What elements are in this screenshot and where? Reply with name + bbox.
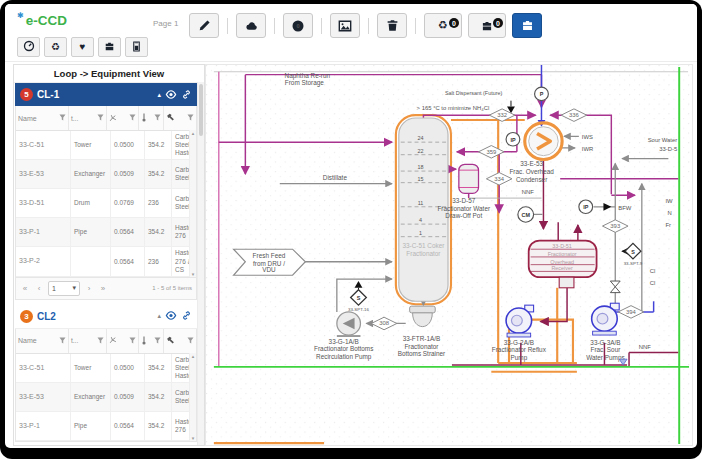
recycle-button[interactable]: ♻ bbox=[44, 37, 67, 57]
condenser-label: Condenser bbox=[516, 176, 547, 183]
battery-icon bbox=[131, 41, 142, 54]
collapse-icon[interactable]: ▴ bbox=[157, 91, 161, 99]
pager-next-button[interactable]: › bbox=[84, 284, 94, 293]
delete-button[interactable] bbox=[377, 13, 407, 38]
briefcase-active-button[interactable] bbox=[512, 13, 542, 38]
filter-icon[interactable] bbox=[154, 114, 161, 122]
recycle-count-button[interactable]: ♻ 0 bbox=[424, 13, 462, 38]
edge-label: Cl bbox=[650, 268, 656, 274]
filter-icon[interactable] bbox=[187, 337, 194, 345]
filter-icon[interactable] bbox=[59, 114, 66, 122]
battery-button[interactable] bbox=[125, 37, 148, 57]
brand-mark-icon: ✱ bbox=[17, 11, 24, 20]
page-select[interactable]: 1▾ bbox=[48, 281, 80, 296]
image-button[interactable] bbox=[330, 13, 360, 38]
briefcase-button[interactable] bbox=[98, 37, 121, 57]
tray-label: 1 bbox=[419, 230, 422, 236]
table-row[interactable]: 33-E-53 Exchanger 0.0509 354.2 Carbon St… bbox=[16, 383, 196, 412]
filter-icon[interactable] bbox=[97, 114, 104, 122]
col-temperature[interactable] bbox=[139, 106, 164, 130]
svg-text:0: 0 bbox=[296, 23, 299, 29]
filter-icon[interactable] bbox=[187, 114, 194, 122]
table-row[interactable]: 33-D-51 Drum 0.0769 236 Carbon Steel bbox=[16, 189, 196, 218]
heart-icon: ♥ bbox=[80, 42, 86, 52]
app-window: CORREXPERT✱e-CCD Page 1 0 bbox=[5, 4, 697, 448]
receiver-label: Receiver bbox=[551, 265, 573, 271]
tray-label: 18 bbox=[417, 164, 423, 170]
collapse-icon[interactable]: ▴ bbox=[157, 312, 161, 320]
col-corrosion-rate[interactable] bbox=[107, 106, 139, 130]
toolbar-divider bbox=[321, 18, 322, 34]
table-row[interactable]: 33-P-2 0.0564 236 Hastelloy 276 & CS bbox=[16, 247, 196, 276]
history-zero-button[interactable]: 0 bbox=[283, 13, 313, 38]
col-corrosion-rate[interactable] bbox=[107, 329, 139, 353]
col-name[interactable]: Name bbox=[16, 329, 69, 353]
svg-text:332: 332 bbox=[497, 112, 507, 118]
briefcase-count-button[interactable]: 0 bbox=[468, 13, 506, 38]
scrollbar-thumb[interactable] bbox=[199, 84, 203, 136]
sour-water-label: Sour Water bbox=[648, 137, 678, 143]
grid-scrollbar[interactable]: ▴▾ bbox=[189, 130, 196, 277]
receiver-label: Fractionator bbox=[548, 251, 577, 257]
pump-label: 33-G-1A/B bbox=[329, 338, 359, 345]
table-row[interactable]: 33-E-53 Exchanger 0.0509 354.2 Carbon St… bbox=[16, 160, 196, 189]
edit-button[interactable] bbox=[189, 13, 219, 38]
salt-dispersant-label: Salt Dispersant (Future) bbox=[445, 90, 503, 96]
scroll-up-icon[interactable]: ▴ bbox=[192, 130, 195, 136]
scroll-down-icon[interactable]: ▾ bbox=[192, 435, 195, 441]
sidebar-scrollbar[interactable] bbox=[197, 82, 204, 445]
recycle-icon: ♻ bbox=[438, 20, 448, 31]
scroll-down-icon[interactable]: ▾ bbox=[192, 271, 195, 277]
table-row[interactable]: 33-P-1 Pipe 0.0564 354.2 Hastelloy 276 bbox=[16, 412, 196, 441]
edge-label: Cl bbox=[650, 280, 656, 286]
toolbar-divider bbox=[415, 18, 416, 34]
svg-text:S: S bbox=[631, 249, 635, 255]
condenser-label: Frac. Overhead bbox=[509, 168, 554, 175]
link-icon[interactable] bbox=[181, 89, 192, 101]
col-material[interactable] bbox=[164, 329, 196, 353]
tower-label: 33-C-51 Coker bbox=[402, 242, 444, 249]
filter-icon[interactable] bbox=[59, 337, 66, 345]
panel-cl1-header[interactable]: 5 CL-1 ▴ bbox=[15, 83, 197, 106]
table-row[interactable]: 33-C-51 Tower 0.0500 354.2 Carbon Steel … bbox=[16, 131, 196, 160]
heart-button[interactable]: ♥ bbox=[71, 37, 94, 57]
iwr-label: IWR bbox=[582, 146, 593, 152]
pager-first-button[interactable]: « bbox=[20, 284, 30, 293]
filter-icon[interactable] bbox=[154, 337, 161, 345]
svg-text:S: S bbox=[357, 295, 361, 301]
nnf-label: NNF bbox=[522, 189, 535, 195]
edge-label: IW bbox=[665, 198, 673, 204]
cloud-button[interactable] bbox=[236, 13, 266, 38]
panel-cl2: 3 CL2 ▴ Name t... ▴▾ 33-C-51 bbox=[15, 305, 197, 442]
filter-icon[interactable] bbox=[97, 337, 104, 345]
thermometer-icon bbox=[141, 336, 147, 346]
link-icon[interactable] bbox=[181, 310, 192, 322]
pid-diagram: 24 22 18 15 11 4 1 33-C-51 Coker Fractio… bbox=[206, 65, 692, 445]
edge-label: N bbox=[667, 211, 671, 217]
panel-cl2-header[interactable]: 3 CL2 ▴ bbox=[15, 305, 197, 329]
table-row[interactable]: 33-C-51 Tower 0.0500 354.2 Carbon Steel … bbox=[16, 354, 196, 383]
loop-badge: 5 bbox=[20, 88, 33, 101]
pager-prev-button[interactable]: ‹ bbox=[34, 284, 44, 293]
col-name[interactable]: Name bbox=[16, 106, 69, 130]
scroll-up-icon[interactable]: ▴ bbox=[192, 353, 195, 359]
condenser-label: 33-E-53 bbox=[520, 160, 543, 167]
eye-icon[interactable] bbox=[165, 311, 177, 321]
svg-text:IP: IP bbox=[510, 137, 516, 143]
filter-icon[interactable] bbox=[129, 114, 136, 122]
speedometer-button[interactable] bbox=[17, 37, 40, 57]
col-type[interactable]: t... bbox=[69, 329, 107, 353]
pencil-icon bbox=[198, 19, 211, 32]
grid-scrollbar[interactable]: ▴▾ bbox=[189, 353, 196, 441]
col-temperature[interactable] bbox=[139, 329, 164, 353]
col-type[interactable]: t... bbox=[69, 106, 107, 130]
col-material[interactable] bbox=[164, 106, 196, 130]
iws-label: IWS bbox=[582, 134, 593, 140]
eye-icon[interactable] bbox=[165, 90, 177, 100]
trash-icon bbox=[386, 19, 399, 32]
filter-icon[interactable] bbox=[129, 337, 136, 345]
table-row[interactable]: 33-P-1 Pipe 0.0564 354.2 Hastelloy 276 bbox=[16, 218, 196, 247]
pager-last-button[interactable]: » bbox=[98, 284, 108, 293]
pid-diagram-canvas[interactable]: 24 22 18 15 11 4 1 33-C-51 Coker Fractio… bbox=[205, 64, 693, 446]
svg-text:CM: CM bbox=[522, 212, 531, 218]
